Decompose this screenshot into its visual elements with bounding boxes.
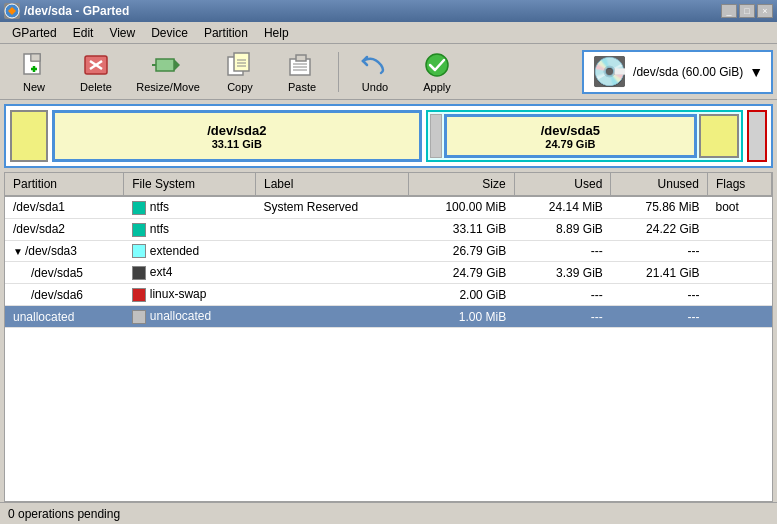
- new-icon: [18, 51, 50, 79]
- col-flags: Flags: [707, 173, 771, 196]
- paste-icon: [286, 51, 318, 79]
- undo-button[interactable]: Undo: [345, 47, 405, 97]
- menu-device[interactable]: Device: [143, 24, 196, 42]
- table-row[interactable]: unallocatedunallocated1.00 MiB------: [5, 306, 772, 328]
- sda2-size: 33.11 GiB: [212, 138, 262, 150]
- menubar: GParted Edit View Device Partition Help: [0, 22, 777, 44]
- table-row[interactable]: /dev/sda1ntfsSystem Reserved100.00 MiB24…: [5, 196, 772, 218]
- titlebar-title: /dev/sda - GParted: [24, 4, 129, 18]
- disk-part-sda5[interactable]: /dev/sda5 24.79 GiB: [444, 114, 697, 158]
- apply-button[interactable]: Apply: [407, 47, 467, 97]
- minimize-button[interactable]: _: [721, 4, 737, 18]
- svg-marker-10: [174, 59, 180, 71]
- svg-rect-18: [296, 55, 306, 61]
- toolbar-separator: [338, 52, 339, 92]
- maximize-button[interactable]: □: [739, 4, 755, 18]
- table-row[interactable]: /dev/sda2ntfs33.11 GiB8.89 GiB24.22 GiB: [5, 218, 772, 240]
- titlebar: /dev/sda - GParted _ □ ×: [0, 0, 777, 22]
- delete-icon: [80, 51, 112, 79]
- statusbar: 0 operations pending: [0, 502, 777, 524]
- col-used: Used: [514, 173, 611, 196]
- new-label: New: [23, 81, 45, 93]
- col-label: Label: [255, 173, 408, 196]
- toolbar: New Delete Resize/Move: [0, 44, 777, 100]
- partition-table: Partition File System Label Size Used Un…: [4, 172, 773, 502]
- col-unused: Unused: [611, 173, 708, 196]
- table-row[interactable]: ▼/dev/sda3extended26.79 GiB------: [5, 240, 772, 262]
- disk-part-sda3: /dev/sda5 24.79 GiB: [426, 110, 743, 162]
- undo-icon: [359, 51, 391, 79]
- sda2-label: /dev/sda2: [207, 123, 266, 138]
- device-selector[interactable]: 💽 /dev/sda (60.00 GiB) ▼: [582, 50, 773, 94]
- disk-visual: /dev/sda2 33.11 GiB /dev/sda5 24.79 GiB: [4, 104, 773, 168]
- apply-label: Apply: [423, 81, 451, 93]
- disk-part-unalloc-right[interactable]: [747, 110, 767, 162]
- copy-button[interactable]: Copy: [210, 47, 270, 97]
- menu-gparted[interactable]: GParted: [4, 24, 65, 42]
- disk-part-unalloc-inner[interactable]: [430, 114, 442, 158]
- resize-icon: [152, 51, 184, 79]
- close-button[interactable]: ×: [757, 4, 773, 18]
- status-text: 0 operations pending: [8, 507, 120, 521]
- menu-partition[interactable]: Partition: [196, 24, 256, 42]
- svg-rect-9: [156, 59, 174, 71]
- disk-part-sda2[interactable]: /dev/sda2 33.11 GiB: [52, 110, 422, 162]
- disk-icon: 💽: [592, 55, 627, 88]
- menu-edit[interactable]: Edit: [65, 24, 102, 42]
- menu-view[interactable]: View: [101, 24, 143, 42]
- col-filesystem: File System: [124, 173, 256, 196]
- paste-button[interactable]: Paste: [272, 47, 332, 97]
- col-size: Size: [408, 173, 514, 196]
- titlebar-left: /dev/sda - GParted: [4, 3, 129, 19]
- copy-icon: [224, 51, 256, 79]
- svg-rect-13: [234, 53, 249, 71]
- copy-label: Copy: [227, 81, 253, 93]
- apply-icon: [421, 51, 453, 79]
- sda5-label: /dev/sda5: [541, 123, 600, 138]
- menu-help[interactable]: Help: [256, 24, 297, 42]
- table-header-row: Partition File System Label Size Used Un…: [5, 173, 772, 196]
- delete-label: Delete: [80, 81, 112, 93]
- new-button[interactable]: New: [4, 47, 64, 97]
- titlebar-controls: _ □ ×: [721, 4, 773, 18]
- paste-label: Paste: [288, 81, 316, 93]
- table-row[interactable]: /dev/sda5ext424.79 GiB3.39 GiB21.41 GiB: [5, 262, 772, 284]
- sda5-size: 24.79 GiB: [545, 138, 595, 150]
- disk-part-sda6[interactable]: [699, 114, 739, 158]
- resize-label: Resize/Move: [136, 81, 200, 93]
- device-selector-text: /dev/sda (60.00 GiB): [633, 65, 743, 79]
- undo-label: Undo: [362, 81, 388, 93]
- resize-button[interactable]: Resize/Move: [128, 47, 208, 97]
- gparted-icon: [4, 3, 20, 19]
- table-row[interactable]: /dev/sda6linux-swap2.00 GiB------: [5, 284, 772, 306]
- disk-part-sda1[interactable]: [10, 110, 48, 162]
- delete-button[interactable]: Delete: [66, 47, 126, 97]
- svg-marker-3: [31, 54, 40, 61]
- chevron-down-icon: ▼: [749, 64, 763, 80]
- col-partition: Partition: [5, 173, 124, 196]
